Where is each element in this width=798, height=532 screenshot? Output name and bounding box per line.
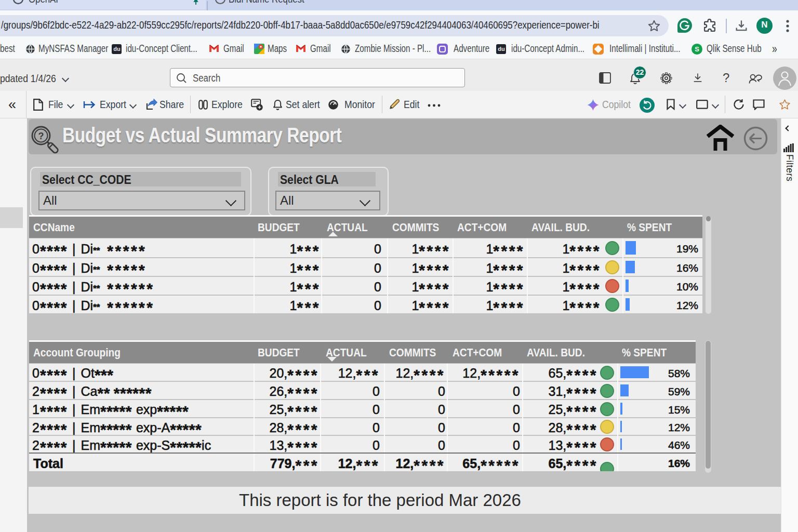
svg-text:?: ?	[38, 131, 44, 141]
